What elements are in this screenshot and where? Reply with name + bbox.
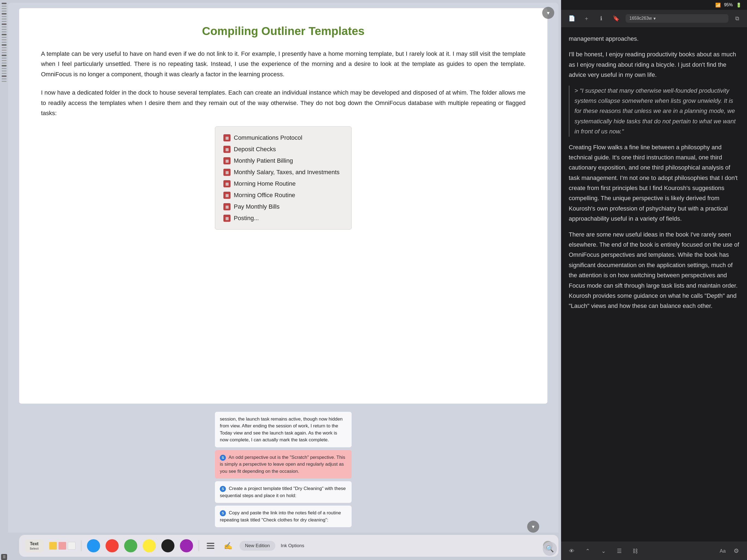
quote-block: > "I suspect that many otherwise well-fo… — [569, 85, 739, 137]
template-item-label: Morning Office Routine — [234, 192, 295, 199]
ruler-mark — [2, 8, 6, 9]
template-item-label: Pay Monthly Bills — [234, 203, 280, 210]
ruler-mark — [2, 34, 6, 35]
svg-rect-2 — [207, 548, 214, 549]
ruler-mark — [2, 55, 6, 56]
template-item-icon: ▦ — [223, 203, 231, 210]
ruler-mark — [2, 24, 6, 25]
divider — [199, 540, 199, 551]
ruler-mark — [2, 78, 6, 79]
ruler-mark — [2, 50, 6, 51]
add-icon[interactable]: ＋ — [581, 13, 592, 24]
search-button[interactable]: 🔍 — [543, 542, 557, 556]
blue-color[interactable] — [87, 539, 100, 552]
chevron-up-icon[interactable]: ⌃ — [583, 546, 593, 556]
ruler-list-icon[interactable]: ☰ — [1, 554, 7, 560]
text-tool-button[interactable]: Text Select — [25, 539, 44, 552]
ruler-mark — [2, 27, 6, 27]
scroll-down-button[interactable]: ▾ — [527, 520, 539, 533]
ink-options-button[interactable]: Ink Options — [281, 543, 304, 549]
ruler-mark — [2, 62, 6, 63]
ruler-mark — [2, 31, 6, 32]
annotations-area: session, the launch task remains active,… — [8, 409, 558, 533]
body-text-1: management approaches. — [569, 34, 739, 44]
settings-icon[interactable]: ⚙ — [731, 546, 742, 556]
yellow-marker[interactable] — [49, 542, 57, 550]
signature-icon[interactable]: ✍ — [222, 540, 234, 552]
ruler-mark — [2, 65, 6, 67]
annotation-circle: S — [220, 455, 226, 461]
template-item-label: Morning Home Routine — [234, 180, 295, 187]
annotation-circle: S — [220, 510, 226, 516]
divider — [81, 540, 81, 551]
template-item-icon: ▦ — [223, 169, 231, 176]
document-title: Compiling Outliner Templates — [41, 25, 525, 38]
bottom-toolbar: Text Select ✍ New Edition Ink Options × — [19, 535, 558, 557]
annotation-1: session, the launch task remains active,… — [215, 412, 352, 447]
link-icon[interactable]: ⛓ — [630, 546, 640, 556]
yellow-color[interactable] — [143, 539, 156, 552]
svg-rect-1 — [207, 545, 214, 546]
ruler-mark — [2, 6, 6, 6]
list-item: ▦ Monthly Salary, Taxes, and Investments — [223, 167, 343, 178]
annotation-text: session, the launch task remains active,… — [220, 416, 343, 443]
template-item-label: Communications Protocol — [234, 134, 302, 142]
black-color[interactable] — [161, 539, 175, 552]
list-item: ▦ Morning Home Routine — [223, 178, 343, 189]
svg-rect-0 — [207, 543, 214, 544]
select-label: Select — [30, 547, 38, 550]
document-content: Compiling Outliner Templates A template … — [19, 8, 547, 404]
list-item: ▦ Posting... — [223, 212, 343, 224]
new-edition-button[interactable]: New Edition — [239, 541, 275, 551]
ruler-mark — [2, 71, 6, 71]
right-panel-footer: 👁 ⌃ ⌄ ☰ ⛓ Aa ⚙ — [561, 542, 747, 560]
paragraph-2: I now have a dedicated folder in the doc… — [41, 87, 525, 118]
document-area: ▾ Compiling Outliner Templates A templat… — [8, 3, 558, 409]
document-icon[interactable]: 📄 — [567, 13, 577, 24]
body-text-3: Creating Flow walks a fine line between … — [569, 142, 739, 224]
red-color[interactable] — [106, 539, 119, 552]
ruler-mark — [2, 68, 6, 69]
quote-text: "I suspect that many otherwise well-foun… — [574, 87, 736, 135]
purple-color[interactable] — [180, 539, 193, 552]
version-dropdown[interactable]: 1659c263w ▾ — [626, 14, 728, 23]
paragraph-1: A template can be very useful to have on… — [41, 49, 525, 79]
green-color[interactable] — [124, 539, 137, 552]
ruler-mark — [2, 13, 6, 15]
list-item: ▦ Deposit Checks — [223, 144, 343, 155]
chevron-down-icon[interactable]: ⌄ — [598, 546, 609, 556]
ruler-mark — [2, 75, 6, 77]
text-label: Text — [30, 541, 38, 546]
main-content: ▾ Compiling Outliner Templates A templat… — [8, 0, 561, 560]
battery-level: 95% — [724, 2, 733, 7]
font-size-button[interactable]: Aa — [720, 548, 726, 554]
version-label: 1659c263w — [629, 16, 652, 21]
list-icon[interactable]: ☰ — [614, 546, 624, 556]
eye-icon[interactable]: 👁 — [567, 546, 577, 556]
ruler-mark — [2, 58, 6, 58]
layout-icon[interactable] — [205, 540, 216, 552]
template-item-icon: ▦ — [223, 157, 231, 164]
ruler-mark — [2, 19, 6, 19]
template-item-label: Monthly Salary, Taxes, and Investments — [234, 169, 340, 176]
info-icon[interactable]: ℹ — [596, 13, 607, 24]
ruler-mark — [2, 16, 6, 17]
marker-group — [49, 542, 75, 550]
list-item: ▦ Communications Protocol — [223, 132, 343, 144]
list-item: ▦ Morning Office Routine — [223, 189, 343, 201]
scroll-up-button[interactable]: ▾ — [542, 7, 554, 19]
annotation-4: S Copy and paste the link into the notes… — [215, 506, 352, 527]
ruler-mark — [2, 42, 6, 43]
ruler-mark — [2, 29, 6, 30]
ruler-mark — [2, 73, 6, 74]
chevron-down-icon: ▾ — [653, 16, 656, 21]
annotation-2: S An odd perspective out is the "Scratch… — [215, 450, 352, 479]
body-text-2: I'll be honest, I enjoy reading producti… — [569, 49, 739, 80]
ruler-mark — [2, 37, 6, 38]
pink-marker[interactable] — [58, 542, 66, 550]
white-marker[interactable] — [68, 542, 75, 550]
annotation-text: Create a project template titled "Dry Cl… — [220, 486, 346, 498]
copy-icon[interactable]: ⧉ — [733, 14, 742, 23]
tag-icon[interactable]: 🔖 — [611, 13, 621, 24]
quote-arrow: > — [574, 87, 579, 94]
